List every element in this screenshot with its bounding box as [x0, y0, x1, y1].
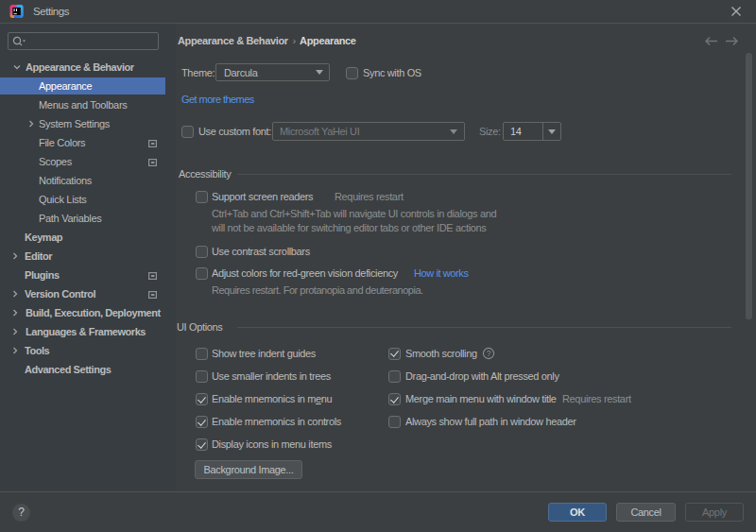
svg-text:?: ? — [487, 349, 491, 358]
